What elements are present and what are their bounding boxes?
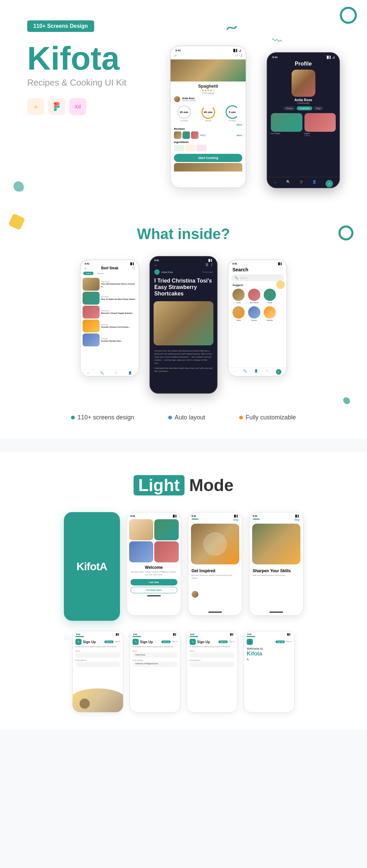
dish-name: Spaghetti xyxy=(174,84,242,89)
welcome-btn2[interactable]: I've been here xyxy=(130,587,177,593)
onboard1-title: Get Inspired xyxy=(188,566,242,574)
feature-dot-blue xyxy=(168,416,172,419)
sketch-icon: ◇ xyxy=(27,98,44,115)
signup2-field2[interactable]: anitarose.1709@gmail.com xyxy=(133,662,177,667)
bake-label: Baking xyxy=(202,120,215,122)
onboard1-screen: 9:41▐▌▌ Skip Get Inspired Discover delic… xyxy=(188,512,242,616)
recipe-phone: 9:41 ▐▌▌ ◿ ← ♡ ⤴ Spag xyxy=(170,46,246,188)
signup2-label1: Name xyxy=(133,650,177,652)
signup-screen-2: 9:41▐▌▌ ✎ Sign Up Sign Up Sign In To dis… xyxy=(129,631,180,712)
phone-mockups-row: 9:41▐▌▌ ← Beef Steak ♡ Latest Popular An… xyxy=(27,259,340,394)
start-cooking-btn[interactable]: Start Cooking xyxy=(174,154,242,162)
feature-label-1: Auto layout xyxy=(175,414,205,421)
article-time: 4 hours ago xyxy=(202,271,213,273)
xd-icon: Xd xyxy=(69,98,86,115)
cook-time: 25 min xyxy=(180,111,188,114)
tool-icons-row: ◇ Xd xyxy=(27,98,163,115)
welcome-kifota-tab-inactive[interactable]: Sign In xyxy=(286,640,292,643)
hero-phones: 9:41 ▐▌▌ ◿ ← ♡ ⤴ Spag xyxy=(163,42,340,188)
author-name: Anita Rose xyxy=(182,97,196,100)
welcome-btn1[interactable]: I am new xyxy=(130,579,177,585)
pasta-count: 3 Items xyxy=(304,134,336,137)
deco-blob-left xyxy=(14,181,24,192)
welcome-kifota-title: Welcome to, xyxy=(247,647,292,650)
rest-time: 5 min xyxy=(229,111,236,114)
signup1-title: Sign Up xyxy=(83,640,96,644)
light-word: Light xyxy=(134,475,185,495)
article-author: Anita Rose xyxy=(161,271,173,273)
signup2-desc: To discover all our tastiest ticking rec… xyxy=(133,646,177,648)
feed-phone: 9:41▐▌▌ ← Beef Steak ♡ Latest Popular An… xyxy=(80,259,139,377)
onboard1-desc: Discover delicious recipes and stunning … xyxy=(188,574,242,580)
welcome-title: Welcome xyxy=(127,564,181,571)
welcome-kifota-screen: 9:41▐▌▌ 👤 Sign Up Sign In Welcome to, Ki… xyxy=(244,631,295,712)
light-screens-row: KifotA 9:41▐▌▌ Welcome Browse 1000+ uniq… xyxy=(14,512,353,621)
review-count: +471 xyxy=(199,134,206,137)
deco-ring xyxy=(340,7,357,24)
skip-btn-1[interactable]: Skip xyxy=(233,519,239,521)
signup3-label2: Email address xyxy=(190,659,234,661)
tab-cookbooks[interactable]: Cookbooks xyxy=(297,106,312,110)
light-mode-title: Light Mode xyxy=(14,475,353,495)
splash-logo: KifotA xyxy=(76,560,107,573)
figma-icon xyxy=(48,98,65,115)
welcome-kifota-tab-active[interactable]: Sign Up xyxy=(276,640,285,643)
onboard2-desc: With our cooking videos and top tips. xyxy=(249,574,303,577)
welcome-screen: 9:41▐▌▌ Welcome Browse 1000+ unique reci… xyxy=(127,512,181,616)
signup2-title: Sign Up xyxy=(140,640,153,644)
signup3-tab-inactive[interactable]: Sign In xyxy=(229,640,234,643)
article-title: I Tried Christina Tosi's Easy Strawberry… xyxy=(150,276,217,299)
more-reviews[interactable]: More xyxy=(237,134,242,137)
reviews-label: Reviews xyxy=(174,127,242,130)
what-inside-title: What inside? xyxy=(27,225,340,242)
signup2-label2: Email address xyxy=(133,659,177,661)
search-input[interactable]: Search... xyxy=(240,277,249,279)
ratings: 1743 ratings xyxy=(174,92,242,94)
signup1-label1: Name xyxy=(75,650,120,652)
item-ice-cream: Ice Cream xyxy=(271,132,302,134)
deco-cube xyxy=(8,213,25,230)
signup3-title: Sign Up xyxy=(197,640,210,644)
signup-screen-3: 9:41▐▌▌ ✎ Sign Up Sign Up Sign In To dis… xyxy=(187,631,238,712)
profile-phone: 9:41 ▐▌▌ ◿ Profile Anita Rose Community … xyxy=(267,52,340,188)
feed-title: Beef Steak xyxy=(101,266,118,270)
signup3-desc: To discover all our tastiest ticking rec… xyxy=(190,646,234,648)
signup2-field1[interactable]: Anita Rose xyxy=(133,652,177,658)
signup2-tab-inactive[interactable]: Sign In xyxy=(172,640,177,643)
signup3-label1: Name xyxy=(190,650,234,652)
article-phone: 9:41▐▌▌ ← ☰ ⤴ Anita Rose 4 hours ago I T… xyxy=(150,256,217,394)
what-inside-section: What inside? 9:41▐▌▌ ← Beef Steak ♡ Late… xyxy=(0,202,367,438)
badge: 110+ Screens Design xyxy=(27,20,94,32)
kifota-brand: Kifota xyxy=(247,651,292,657)
more-link[interactable]: More xyxy=(171,124,246,127)
cook-label: Cooking xyxy=(177,120,191,122)
feature-dot-orange xyxy=(239,416,243,419)
signup1-label2: Email address xyxy=(75,659,120,661)
signup-screens-row: 9:41▐▌▌ ✎ Sign Up Sign Up Sign In To dis… xyxy=(14,631,353,712)
feature-dot-teal xyxy=(71,416,75,419)
hero-subtitle: Recipes & Cooking UI Kit xyxy=(27,77,163,88)
ingredients-label: Ingredients xyxy=(174,141,242,144)
light-mode-section: Light Mode KifotA 9:41▐▌▌ Welcome Browse… xyxy=(0,452,367,729)
skip-btn-2[interactable]: Skip xyxy=(295,519,300,521)
deco-blob-bottom xyxy=(343,397,350,404)
signup2-tab-active[interactable]: Sign Up xyxy=(161,640,171,643)
rest-label: Resting xyxy=(226,120,239,122)
profile-community: Community xyxy=(267,102,339,104)
deco-squiggle: 〜 xyxy=(224,19,240,38)
signup1-tab-active[interactable]: Sign Up xyxy=(104,640,114,643)
mode-word: Mode xyxy=(189,476,234,495)
features-row: 110+ screens design Auto layout Fully cu… xyxy=(27,411,340,421)
profile-name: Anita Rose xyxy=(267,98,339,102)
bake-time: 45 min xyxy=(204,111,212,114)
signup1-tab-inactive[interactable]: Sign In xyxy=(115,640,120,643)
search-phone: 9:41▐▌▌ Search 🔍 Search... Suggest Sushi xyxy=(228,259,287,377)
tab-blog[interactable]: Blog xyxy=(314,106,323,110)
onboard2-title: Sharpen Your Skills xyxy=(249,566,303,574)
signup3-tab-active[interactable]: Sign Up xyxy=(219,640,228,643)
author-sub: Kitchen Stories xyxy=(182,100,196,102)
hero-title: Kifota xyxy=(27,42,163,75)
splash-screen: KifotA xyxy=(64,512,120,621)
tab-recipe[interactable]: Recipe xyxy=(283,106,295,110)
feature-label-2: Fully customizable xyxy=(246,414,296,421)
